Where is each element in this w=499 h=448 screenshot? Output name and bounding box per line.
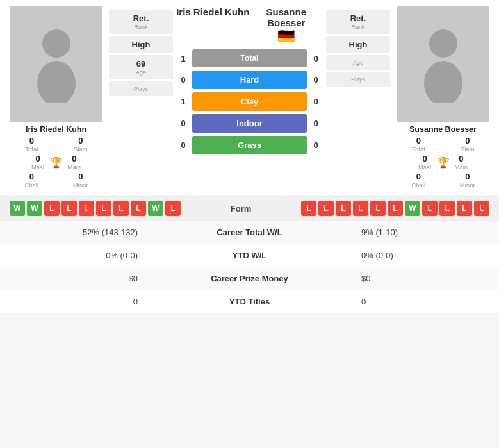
left-high-box: High <box>109 36 173 53</box>
right-high-box: High <box>326 36 390 53</box>
right-total-stat: 0 Total <box>397 136 441 153</box>
right-chall-minor-row: 0 Chall 0 Minor <box>397 172 489 188</box>
right-total-value: 0 <box>416 136 421 145</box>
clay-row: 1 Clay 0 <box>176 92 323 111</box>
left-rank-box: Ret. Rank <box>109 10 173 34</box>
left-mast-main-row: 0 Mast 🏆 0 Main <box>31 154 81 170</box>
right-slam-stat: 0 Slam <box>446 136 490 153</box>
clay-left-score: 1 <box>176 97 190 106</box>
left-player-avatar <box>10 6 102 122</box>
total-left-score: 1 <box>176 54 190 63</box>
left-rank-value: Ret. <box>112 13 170 23</box>
left-main-stat: 0 Main <box>68 154 81 170</box>
left-info-boxes: Ret. Rank High 69 Age Plays <box>109 6 173 188</box>
grass-left-score: 0 <box>176 140 190 150</box>
indoor-left-score: 0 <box>176 119 190 128</box>
left-plays-box: Plays <box>109 81 173 96</box>
right-high-value: High <box>329 40 387 49</box>
form-badge-l: L <box>318 201 334 216</box>
hard-right-score: 0 <box>309 75 323 85</box>
left-player-name: Iris Riedel Kuhn <box>26 125 86 134</box>
right-main-value: 0 <box>459 154 463 163</box>
stat-row-left-2: $0 <box>10 274 138 283</box>
indoor-right-score: 0 <box>309 119 323 128</box>
left-mast-label: Mast <box>31 163 45 170</box>
right-mast-main-row: 0 Mast 🏆 0 Main <box>418 154 468 170</box>
left-minor-value: 0 <box>78 172 83 181</box>
form-badge-l: L <box>113 201 129 216</box>
left-chall-label: Chall <box>24 181 38 188</box>
center-right-name-text: Susanne Boesser <box>250 6 323 28</box>
stat-row-left-1: 0% (0-0) <box>10 251 138 260</box>
right-mast-value: 0 <box>423 154 427 163</box>
hard-label: Hard <box>192 71 307 89</box>
svg-point-1 <box>37 61 76 103</box>
left-slam-stat: 0 Slam <box>59 136 103 153</box>
grass-right-score: 0 <box>309 140 323 150</box>
stat-row-center-2: Career Prize Money <box>138 274 361 283</box>
indoor-label: Indoor <box>192 114 307 133</box>
right-rank-label: Rank <box>329 24 387 30</box>
right-plays-label: Plays <box>329 76 387 83</box>
right-slam-label: Slam <box>461 145 475 153</box>
hard-row: 0 Hard 0 <box>176 71 323 89</box>
left-form-badges: WWLLLLLLWL <box>10 201 181 216</box>
stat-row-left-0: 52% (143-132) <box>10 228 138 237</box>
form-badge-l: L <box>44 201 60 216</box>
center-right-name: Susanne Boesser 🇩🇪 <box>250 6 323 45</box>
right-player-column: Susanne Boesser 0 Total 0 Slam 0 Mast 🏆 <box>393 6 493 188</box>
left-trophy-icon: 🏆 <box>50 156 63 169</box>
left-mast-stat: 0 Mast <box>31 154 45 170</box>
right-age-label: Age <box>329 60 387 66</box>
main-container: Iris Riedel Kuhn 0 Total 0 Slam 0 Mast 🏆 <box>0 0 499 313</box>
form-badge-l: L <box>353 201 368 216</box>
left-chall-minor-row: 0 Chall 0 Minor <box>10 172 102 188</box>
right-main-stat: 0 Main <box>455 154 468 170</box>
form-badge-l: L <box>301 201 316 216</box>
right-chall-stat: 0 Chall <box>397 172 441 188</box>
form-badge-l: L <box>96 201 111 216</box>
form-badge-w: W <box>27 201 42 216</box>
stat-row-center-0: Career Total W/L <box>138 228 361 237</box>
indoor-row: 0 Indoor 0 <box>176 114 323 133</box>
stats-rows: 52% (143-132) Career Total W/L 9% (1-10)… <box>0 221 499 313</box>
right-minor-value: 0 <box>465 172 470 181</box>
left-chall-stat: 0 Chall <box>10 172 54 188</box>
right-trophy-icon: 🏆 <box>437 156 450 169</box>
form-badge-l: L <box>388 201 403 216</box>
left-slam-label: Slam <box>74 145 88 153</box>
stat-row-right-3: 0 <box>361 297 489 306</box>
right-slam-value: 0 <box>465 136 470 145</box>
left-chall-value: 0 <box>29 172 34 181</box>
left-slam-value: 0 <box>78 136 83 145</box>
right-chall-value: 0 <box>416 172 421 181</box>
left-total-label: Total <box>25 145 38 153</box>
center-player-names: Iris Riedel Kuhn Susanne Boesser 🇩🇪 <box>176 6 323 45</box>
form-section: WWLLLLLLWL Form LLLLLLWLLLL <box>0 195 499 221</box>
stat-row-0: 52% (143-132) Career Total W/L 9% (1-10) <box>0 221 499 244</box>
left-minor-label: Minor <box>73 181 88 188</box>
form-badge-w: W <box>405 201 420 216</box>
total-row: 1 Total 0 <box>176 49 323 67</box>
right-player-name: Susanne Boesser <box>409 125 477 134</box>
stat-row-right-0: 9% (1-10) <box>361 228 489 237</box>
left-age-box: 69 Age <box>109 55 173 79</box>
right-main-label: Main <box>455 163 468 170</box>
form-badge-w: W <box>148 201 163 216</box>
clay-right-score: 0 <box>309 97 323 106</box>
right-form-badges: LLLLLLWLLLL <box>301 201 489 216</box>
right-plays-box: Plays <box>326 72 390 87</box>
left-age-label: Age <box>112 69 170 76</box>
right-flag: 🇩🇪 <box>250 28 323 45</box>
hard-left-score: 0 <box>176 75 190 85</box>
right-mast-stat: 0 Mast <box>418 154 432 170</box>
right-mast-label: Mast <box>418 163 432 170</box>
stat-row-1: 0% (0-0) YTD W/L 0% (0-0) <box>0 244 499 267</box>
left-main-value: 0 <box>72 154 76 163</box>
right-player-stats: 0 Total 0 Slam <box>397 136 489 153</box>
stat-row-right-1: 0% (0-0) <box>361 251 489 260</box>
right-player-avatar <box>397 6 489 122</box>
left-player-column: Iris Riedel Kuhn 0 Total 0 Slam 0 Mast 🏆 <box>6 6 106 188</box>
stat-row-right-2: $0 <box>361 274 489 283</box>
left-player-stats: 0 Total 0 Slam <box>10 136 102 153</box>
